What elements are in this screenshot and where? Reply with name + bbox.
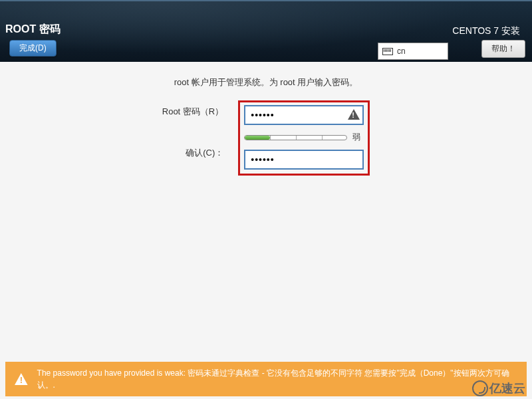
warning-text: The password you have provided is weak: … <box>37 367 517 391</box>
main-content: root 帐户用于管理系统。为 root 用户输入密码。 Root 密码（R） … <box>0 62 532 176</box>
password-label: Root 密码（R） <box>162 106 223 118</box>
keyboard-layout-selector[interactable]: cn <box>378 43 448 60</box>
keyboard-icon <box>382 48 393 55</box>
instruction-text: root 帐户用于管理系统。为 root 用户输入密码。 <box>0 76 532 88</box>
watermark-logo: 亿速云 <box>472 380 525 396</box>
password-strength-label: 弱 <box>352 132 360 143</box>
confirm-label: 确认(C)： <box>186 147 223 159</box>
keyboard-layout-label: cn <box>397 47 406 56</box>
install-title: CENTOS 7 安装 <box>452 25 520 37</box>
header-bar: ROOT 密码 完成(D) CENTOS 7 安装 cn 帮助！ <box>0 0 532 62</box>
help-button[interactable]: 帮助！ <box>481 40 525 58</box>
alert-icon: ! <box>15 373 28 385</box>
input-highlight-box: 弱 <box>238 100 370 176</box>
password-strength-meter <box>244 135 347 140</box>
warning-bar: ! The password you have provided is weak… <box>5 362 527 396</box>
warning-icon <box>348 109 360 120</box>
done-button[interactable]: 完成(D) <box>9 40 57 57</box>
confirm-password-input[interactable] <box>244 150 364 170</box>
page-title: ROOT 密码 <box>5 23 61 37</box>
cloud-icon <box>472 380 488 396</box>
watermark-text: 亿速云 <box>489 380 525 396</box>
root-password-input[interactable] <box>244 105 364 125</box>
